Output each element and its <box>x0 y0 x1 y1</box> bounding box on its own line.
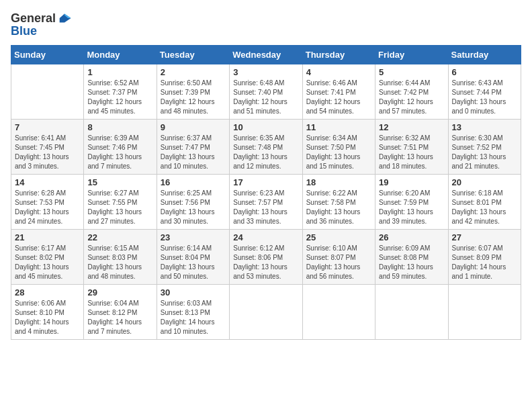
calendar-cell: 17Sunrise: 6:23 AMSunset: 7:57 PMDayligh… <box>230 175 302 230</box>
day-info: Sunrise: 6:41 AMSunset: 7:45 PMDaylight:… <box>15 134 80 171</box>
week-row-2: 7Sunrise: 6:41 AMSunset: 7:45 PMDaylight… <box>11 120 521 175</box>
day-info: Sunrise: 6:12 AMSunset: 8:06 PMDaylight:… <box>233 244 298 281</box>
day-info: Sunrise: 6:28 AMSunset: 7:53 PMDaylight:… <box>15 189 80 226</box>
calendar-cell: 30Sunrise: 6:03 AMSunset: 8:13 PMDayligh… <box>157 285 229 340</box>
calendar-table: SundayMondayTuesdayWednesdayThursdayFrid… <box>11 45 521 340</box>
calendar-cell: 24Sunrise: 6:12 AMSunset: 8:06 PMDayligh… <box>230 230 302 285</box>
calendar-cell <box>448 285 521 340</box>
day-number: 12 <box>379 122 444 132</box>
day-info: Sunrise: 6:10 AMSunset: 8:07 PMDaylight:… <box>306 244 371 281</box>
day-info: Sunrise: 6:04 AMSunset: 8:12 PMDaylight:… <box>87 299 152 336</box>
day-number: 24 <box>233 232 298 242</box>
calendar-cell: 25Sunrise: 6:10 AMSunset: 8:07 PMDayligh… <box>302 230 375 285</box>
week-row-1: 1Sunrise: 6:52 AMSunset: 7:37 PMDaylight… <box>11 64 521 120</box>
weekday-header-tuesday: Tuesday <box>157 46 229 64</box>
calendar-cell: 10Sunrise: 6:35 AMSunset: 7:48 PMDayligh… <box>230 120 302 175</box>
day-number: 2 <box>161 67 226 77</box>
calendar-cell: 12Sunrise: 6:32 AMSunset: 7:51 PMDayligh… <box>375 120 448 175</box>
day-number: 9 <box>161 122 226 132</box>
day-number: 30 <box>161 287 226 298</box>
calendar-cell: 13Sunrise: 6:30 AMSunset: 7:52 PMDayligh… <box>448 120 521 175</box>
day-info: Sunrise: 6:35 AMSunset: 7:48 PMDaylight:… <box>233 134 298 171</box>
day-info: Sunrise: 6:46 AMSunset: 7:41 PMDaylight:… <box>306 79 371 116</box>
calendar-cell <box>302 285 375 340</box>
day-number: 15 <box>87 177 152 187</box>
calendar-cell: 2Sunrise: 6:50 AMSunset: 7:39 PMDaylight… <box>157 64 229 120</box>
calendar-cell: 19Sunrise: 6:20 AMSunset: 7:59 PMDayligh… <box>375 175 448 230</box>
day-number: 29 <box>87 287 152 298</box>
day-number: 6 <box>452 67 517 77</box>
day-number: 25 <box>306 232 371 242</box>
week-row-3: 14Sunrise: 6:28 AMSunset: 7:53 PMDayligh… <box>11 175 521 230</box>
day-number: 3 <box>233 67 298 77</box>
weekday-header-saturday: Saturday <box>448 46 521 64</box>
day-info: Sunrise: 6:17 AMSunset: 8:02 PMDaylight:… <box>15 244 80 281</box>
day-number: 22 <box>87 232 152 242</box>
day-info: Sunrise: 6:48 AMSunset: 7:40 PMDaylight:… <box>233 79 298 116</box>
weekday-header-monday: Monday <box>84 46 157 64</box>
day-number: 5 <box>379 67 444 77</box>
logo: General Blue <box>11 11 72 38</box>
weekday-header-row: SundayMondayTuesdayWednesdayThursdayFrid… <box>11 46 521 64</box>
day-number: 27 <box>452 232 517 242</box>
day-info: Sunrise: 6:32 AMSunset: 7:51 PMDaylight:… <box>379 134 444 171</box>
calendar-cell: 8Sunrise: 6:39 AMSunset: 7:46 PMDaylight… <box>84 120 157 175</box>
day-number: 20 <box>452 177 517 187</box>
calendar-cell: 15Sunrise: 6:27 AMSunset: 7:55 PMDayligh… <box>84 175 157 230</box>
day-info: Sunrise: 6:52 AMSunset: 7:37 PMDaylight:… <box>87 79 152 116</box>
day-number: 28 <box>15 287 80 298</box>
day-number: 1 <box>87 67 152 77</box>
day-info: Sunrise: 6:44 AMSunset: 7:42 PMDaylight:… <box>379 79 444 116</box>
day-info: Sunrise: 6:30 AMSunset: 7:52 PMDaylight:… <box>452 134 517 171</box>
calendar-cell: 11Sunrise: 6:34 AMSunset: 7:50 PMDayligh… <box>302 120 375 175</box>
weekday-header-wednesday: Wednesday <box>230 46 302 64</box>
page-header: General Blue <box>11 11 521 38</box>
day-number: 11 <box>306 122 371 132</box>
day-info: Sunrise: 6:09 AMSunset: 8:08 PMDaylight:… <box>379 244 444 281</box>
day-number: 21 <box>15 232 80 242</box>
day-number: 14 <box>15 177 80 187</box>
weekday-header-sunday: Sunday <box>11 46 84 64</box>
day-number: 17 <box>233 177 298 187</box>
day-info: Sunrise: 6:18 AMSunset: 8:01 PMDaylight:… <box>452 189 517 226</box>
day-info: Sunrise: 6:14 AMSunset: 8:04 PMDaylight:… <box>161 244 226 281</box>
calendar-cell <box>230 285 302 340</box>
calendar-cell: 5Sunrise: 6:44 AMSunset: 7:42 PMDaylight… <box>375 64 448 120</box>
calendar-cell: 23Sunrise: 6:14 AMSunset: 8:04 PMDayligh… <box>157 230 229 285</box>
day-info: Sunrise: 6:22 AMSunset: 7:58 PMDaylight:… <box>306 189 371 226</box>
weekday-header-friday: Friday <box>375 46 448 64</box>
calendar-cell: 22Sunrise: 6:15 AMSunset: 8:03 PMDayligh… <box>84 230 157 285</box>
calendar-cell: 28Sunrise: 6:06 AMSunset: 8:10 PMDayligh… <box>11 285 84 340</box>
day-number: 8 <box>87 122 152 132</box>
day-number: 4 <box>306 67 371 77</box>
calendar-cell: 18Sunrise: 6:22 AMSunset: 7:58 PMDayligh… <box>302 175 375 230</box>
calendar-cell: 16Sunrise: 6:25 AMSunset: 7:56 PMDayligh… <box>157 175 229 230</box>
calendar-cell: 6Sunrise: 6:43 AMSunset: 7:44 PMDaylight… <box>448 64 521 120</box>
day-number: 19 <box>379 177 444 187</box>
day-info: Sunrise: 6:03 AMSunset: 8:13 PMDaylight:… <box>161 299 226 336</box>
calendar-cell: 26Sunrise: 6:09 AMSunset: 8:08 PMDayligh… <box>375 230 448 285</box>
calendar-cell: 14Sunrise: 6:28 AMSunset: 7:53 PMDayligh… <box>11 175 84 230</box>
day-number: 7 <box>15 122 80 132</box>
day-info: Sunrise: 6:06 AMSunset: 8:10 PMDaylight:… <box>15 299 80 336</box>
logo-icon <box>57 11 72 26</box>
calendar-cell: 20Sunrise: 6:18 AMSunset: 8:01 PMDayligh… <box>448 175 521 230</box>
day-info: Sunrise: 6:23 AMSunset: 7:57 PMDaylight:… <box>233 189 298 226</box>
logo-blue-text: Blue <box>11 24 37 38</box>
weekday-header-thursday: Thursday <box>302 46 375 64</box>
day-info: Sunrise: 6:37 AMSunset: 7:47 PMDaylight:… <box>161 134 226 171</box>
day-number: 16 <box>161 177 226 187</box>
week-row-4: 21Sunrise: 6:17 AMSunset: 8:02 PMDayligh… <box>11 230 521 285</box>
day-info: Sunrise: 6:34 AMSunset: 7:50 PMDaylight:… <box>306 134 371 171</box>
day-info: Sunrise: 6:50 AMSunset: 7:39 PMDaylight:… <box>161 79 226 116</box>
day-number: 13 <box>452 122 517 132</box>
calendar-cell <box>11 64 84 120</box>
day-info: Sunrise: 6:07 AMSunset: 8:09 PMDaylight:… <box>452 244 517 281</box>
calendar-cell: 29Sunrise: 6:04 AMSunset: 8:12 PMDayligh… <box>84 285 157 340</box>
calendar-cell: 27Sunrise: 6:07 AMSunset: 8:09 PMDayligh… <box>448 230 521 285</box>
calendar-cell: 7Sunrise: 6:41 AMSunset: 7:45 PMDaylight… <box>11 120 84 175</box>
day-info: Sunrise: 6:43 AMSunset: 7:44 PMDaylight:… <box>452 79 517 116</box>
day-number: 26 <box>379 232 444 242</box>
calendar-cell: 1Sunrise: 6:52 AMSunset: 7:37 PMDaylight… <box>84 64 157 120</box>
day-info: Sunrise: 6:20 AMSunset: 7:59 PMDaylight:… <box>379 189 444 226</box>
